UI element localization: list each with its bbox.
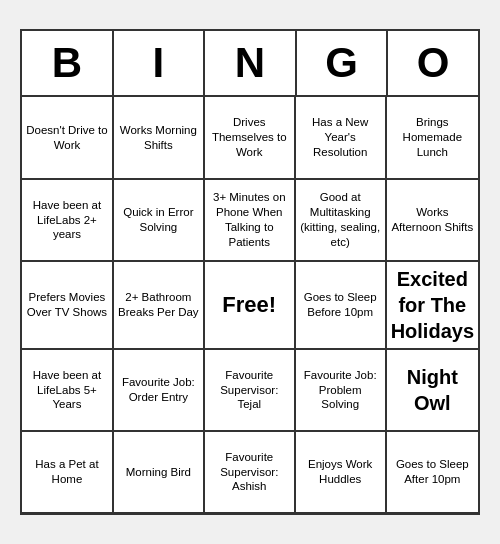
- bingo-cell-2[interactable]: Drives Themselves to Work: [204, 97, 295, 179]
- bingo-cell-14[interactable]: Excited for The Holidays: [386, 261, 478, 349]
- bingo-cell-6[interactable]: Quick in Error Solving: [113, 179, 204, 261]
- bingo-cell-7[interactable]: 3+ Minutes on Phone When Talking to Pati…: [204, 179, 295, 261]
- bingo-cell-24[interactable]: Goes to Sleep After 10pm: [386, 431, 478, 513]
- bingo-letter-o: O: [388, 31, 478, 95]
- bingo-cell-19[interactable]: Night Owl: [386, 349, 478, 431]
- bingo-cell-21[interactable]: Morning Bird: [113, 431, 204, 513]
- bingo-cell-16[interactable]: Favourite Job: Order Entry: [113, 349, 204, 431]
- bingo-cell-17[interactable]: Favourite Supervisor: Tejal: [204, 349, 295, 431]
- bingo-cell-23[interactable]: Enjoys Work Huddles: [295, 431, 386, 513]
- bingo-letter-i: I: [114, 31, 206, 95]
- bingo-cell-22[interactable]: Favourite Supervisor: Ashish: [204, 431, 295, 513]
- bingo-cell-11[interactable]: 2+ Bathroom Breaks Per Day: [113, 261, 204, 349]
- bingo-letter-n: N: [205, 31, 297, 95]
- bingo-cell-5[interactable]: Have been at LifeLabs 2+ years: [22, 179, 113, 261]
- bingo-header: BINGO: [22, 31, 478, 97]
- bingo-letter-g: G: [297, 31, 389, 95]
- bingo-cell-9[interactable]: Works Afternoon Shifts: [386, 179, 478, 261]
- bingo-cell-12[interactable]: Free!: [204, 261, 295, 349]
- bingo-cell-4[interactable]: Brings Homemade Lunch: [386, 97, 478, 179]
- bingo-cell-18[interactable]: Favourite Job: Problem Solving: [295, 349, 386, 431]
- bingo-cell-8[interactable]: Good at Multitasking (kitting, sealing, …: [295, 179, 386, 261]
- bingo-cell-3[interactable]: Has a New Year's Resolution: [295, 97, 386, 179]
- bingo-cell-1[interactable]: Works Morning Shifts: [113, 97, 204, 179]
- bingo-cell-13[interactable]: Goes to Sleep Before 10pm: [295, 261, 386, 349]
- bingo-cell-15[interactable]: Have been at LifeLabs 5+ Years: [22, 349, 113, 431]
- bingo-cell-0[interactable]: Doesn't Drive to Work: [22, 97, 113, 179]
- bingo-grid: Doesn't Drive to WorkWorks Morning Shift…: [22, 97, 478, 513]
- bingo-cell-20[interactable]: Has a Pet at Home: [22, 431, 113, 513]
- bingo-cell-10[interactable]: Prefers Movies Over TV Shows: [22, 261, 113, 349]
- bingo-letter-b: B: [22, 31, 114, 95]
- bingo-card: BINGO Doesn't Drive to WorkWorks Morning…: [20, 29, 480, 515]
